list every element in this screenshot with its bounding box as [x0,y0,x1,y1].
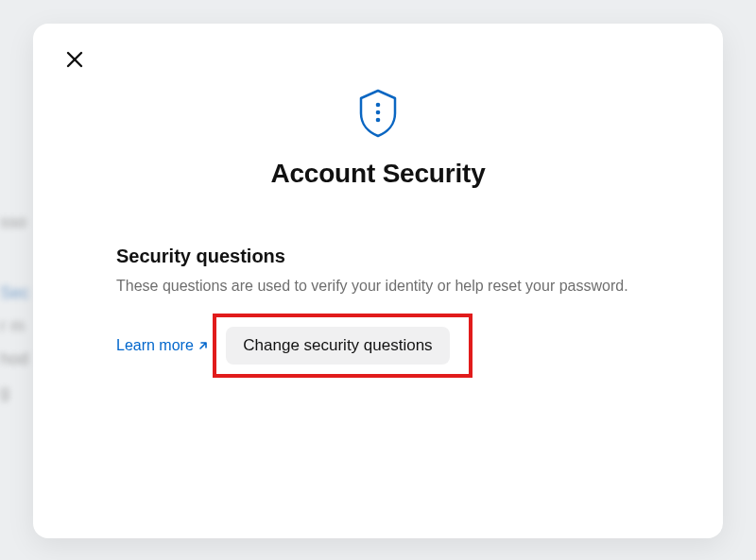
bg-text-fragment: g [0,382,9,402]
account-security-modal: Account Security Security questions Thes… [33,24,723,538]
bg-text-fragment: Sec [0,283,29,303]
modal-header: Account Security [60,89,696,189]
change-security-questions-button[interactable]: Change security questions [226,327,449,365]
bg-text-fragment: hod [0,349,28,369]
annotation-highlight-box: Change security questions [213,314,472,378]
modal-title: Account Security [60,159,696,189]
external-link-icon [198,340,209,351]
close-button[interactable] [60,44,90,75]
bg-text-fragment: r m [0,316,25,336]
bg-text-fragment: sso [0,212,26,232]
svg-point-2 [376,103,381,108]
section-description: These questions are used to verify your … [116,275,659,297]
security-questions-section: Security questions These questions are u… [60,246,696,378]
shield-icon [357,89,399,142]
learn-more-label: Learn more [116,337,194,354]
learn-more-link[interactable]: Learn more [116,337,209,354]
svg-point-3 [376,110,381,115]
section-title: Security questions [116,246,659,267]
close-icon [66,51,83,68]
svg-point-4 [376,118,381,123]
